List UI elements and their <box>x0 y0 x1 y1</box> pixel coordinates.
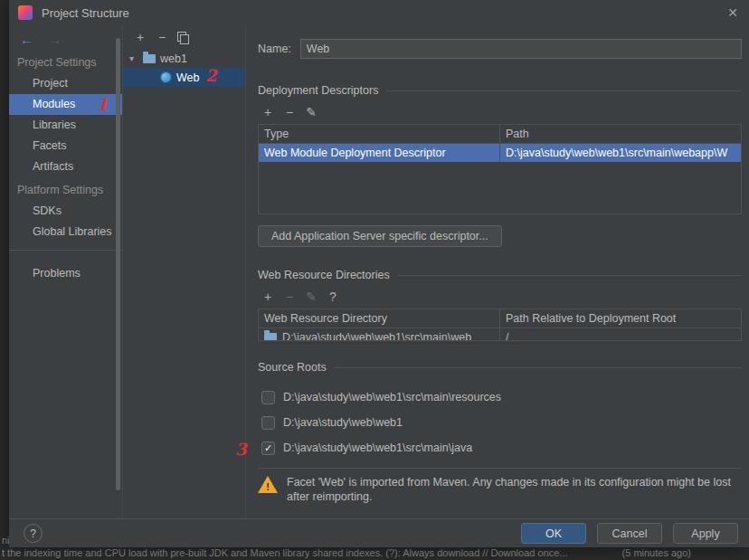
deployment-table-body: Web Module Deployment Descriptor D:\java… <box>259 144 741 214</box>
history-nav: ← → <box>9 25 122 52</box>
section-divider <box>398 275 742 276</box>
add-resource-icon[interactable]: + <box>261 290 274 303</box>
deployment-descriptors-title: Deployment Descriptors <box>258 84 378 97</box>
warning-divider <box>258 468 742 469</box>
source-root-path: D:\java\study\web\web1\src\main\resource… <box>283 391 501 403</box>
tree-node-web[interactable]: Web <box>123 68 245 87</box>
name-row: Name: <box>258 39 742 59</box>
background-status-text: t the indexing time and CPU load with pr… <box>2 547 568 560</box>
column-header-directory: Web Resource Directory <box>259 309 500 327</box>
checkbox-icon[interactable]: ✓ <box>261 441 275 455</box>
modules-tree-panel: + − ▾ web1 Web <box>122 25 245 518</box>
web-resources-table-body: D:\java\study\web\web1\src\main\web / <box>259 328 741 340</box>
dialog-footer: ? OK Cancel Apply <box>9 518 749 547</box>
deployment-descriptors-section: Deployment Descriptors <box>258 82 742 99</box>
web-resources-table-header: Web Resource Directory Path Relative to … <box>259 309 741 328</box>
sidebar-header-platform-settings: Platform Settings <box>9 180 122 201</box>
sidebar-divider <box>9 250 122 251</box>
deployment-descriptors-table: Type Path Web Module Deployment Descript… <box>258 124 742 214</box>
intellij-logo-icon <box>18 5 33 20</box>
back-icon[interactable]: ← <box>20 32 33 47</box>
web-resources-table: Web Resource Directory Path Relative to … <box>258 308 742 341</box>
annotation-step-2: 2 <box>205 66 217 85</box>
web-resources-toolbar: + − ✎ ? <box>258 285 742 308</box>
edit-descriptor-icon[interactable]: ✎ <box>305 106 318 119</box>
source-roots-title: Source Roots <box>258 361 327 374</box>
module-icon <box>143 54 156 63</box>
web-resource-directories-title: Web Resource Directories <box>258 269 390 281</box>
checkbox-icon[interactable] <box>261 391 275 404</box>
project-structure-dialog: Project Structure ✕ ← → Project Settings… <box>9 0 749 547</box>
sidebar-item-project[interactable]: Project <box>9 73 122 94</box>
source-root-path: D:\java\study\web\web1\src\main\java <box>283 441 472 454</box>
sidebar-item-libraries[interactable]: Libraries <box>9 115 122 136</box>
cancel-button[interactable]: Cancel <box>597 523 662 544</box>
deployment-table-header: Type Path <box>259 125 741 144</box>
sidebar-scrollbar[interactable] <box>116 38 120 490</box>
dialog-titlebar: Project Structure ✕ <box>9 0 749 25</box>
sidebar-item-global-libraries[interactable]: Global Libraries <box>9 222 122 242</box>
maven-warning: ! Facet 'Web' is imported from Maven. An… <box>258 476 742 504</box>
tree-node-web1[interactable]: ▾ web1 <box>123 49 245 68</box>
source-root-path: D:\java\study\web\web1 <box>283 416 403 429</box>
dialog-body: ← → Project Settings Project Modules Lib… <box>9 25 749 518</box>
warning-text: Facet 'Web' is imported from Maven. Any … <box>287 476 742 504</box>
table-row[interactable]: Web Module Deployment Descriptor D:\java… <box>259 144 741 162</box>
deployment-toolbar: + − ✎ <box>258 100 742 124</box>
column-header-path: Path <box>500 125 741 143</box>
section-divider <box>386 90 742 91</box>
folder-icon <box>264 333 277 340</box>
source-roots-section: Source Roots <box>258 359 742 375</box>
add-module-icon[interactable]: + <box>134 31 147 43</box>
source-root-row-web1[interactable]: D:\java\study\web\web1 <box>258 415 742 430</box>
name-input[interactable] <box>300 39 742 59</box>
ok-button[interactable]: OK <box>521 523 586 544</box>
resource-directory-cell: D:\java\study\web\web1\src\main\web <box>282 331 471 340</box>
background-status-time: (5 minutes ago) <box>622 547 691 560</box>
checkbox-icon[interactable] <box>261 416 275 430</box>
dialog-title: Project Structure <box>42 6 129 20</box>
source-root-row-resources[interactable]: D:\java\study\web\web1\src\main\resource… <box>258 390 742 404</box>
edit-resource-icon[interactable]: ✎ <box>305 290 318 303</box>
help-button[interactable]: ? <box>24 524 43 543</box>
chevron-down-icon[interactable]: ▾ <box>129 53 138 63</box>
close-icon[interactable]: ✕ <box>727 5 738 20</box>
warning-icon: ! <box>258 476 278 493</box>
section-divider <box>335 367 742 368</box>
name-label: Name: <box>258 43 291 55</box>
background-status-bar: t the indexing time and CPU load with pr… <box>0 547 749 560</box>
help-icon[interactable]: ? <box>327 290 339 303</box>
table-row[interactable]: D:\java\study\web\web1\src\main\web / <box>259 328 741 340</box>
column-header-type: Type <box>259 125 500 143</box>
annotation-step-1: 1 <box>97 95 109 114</box>
apply-button[interactable]: Apply <box>673 523 738 544</box>
sidebar-item-facets[interactable]: Facets <box>9 136 122 157</box>
footer-buttons: OK Cancel Apply <box>521 523 738 544</box>
app-background: ni t the indexing time and CPU load with… <box>0 0 749 560</box>
add-descriptor-icon[interactable]: + <box>261 106 274 119</box>
column-header-relative-path: Path Relative to Deployment Root <box>500 309 741 327</box>
remove-descriptor-icon[interactable]: − <box>283 106 296 119</box>
sidebar-header-project-settings: Project Settings <box>9 52 122 73</box>
remove-resource-icon[interactable]: − <box>283 290 296 303</box>
tree-node-web-label: Web <box>176 71 199 84</box>
facet-editor-panel: Name: Deployment Descriptors + − ✎ Type … <box>245 25 749 518</box>
source-root-row-java[interactable]: ✓ D:\java\study\web\web1\src\main\java <box>258 441 742 455</box>
annotation-step-3: 3 <box>235 440 247 459</box>
add-app-server-descriptor-button[interactable]: Add Application Server specific descript… <box>258 225 502 247</box>
copy-module-icon[interactable] <box>177 32 188 43</box>
remove-module-icon[interactable]: − <box>156 31 168 43</box>
modules-toolbar: + − <box>123 25 245 49</box>
sidebar-item-problems[interactable]: Problems <box>9 263 122 284</box>
web-facet-icon <box>160 71 172 83</box>
sidebar-item-sdks[interactable]: SDKs <box>9 201 122 222</box>
descriptor-type-cell: Web Module Deployment Descriptor <box>259 144 500 162</box>
forward-icon: → <box>48 32 62 47</box>
descriptor-path-cell: D:\java\study\web\web1\src\main\webapp\W <box>500 144 741 162</box>
web-resource-directories-section: Web Resource Directories <box>258 267 742 283</box>
sidebar-item-artifacts[interactable]: Artifacts <box>9 157 122 177</box>
resource-relative-path-cell: / <box>500 328 741 340</box>
tree-node-web1-label: web1 <box>160 52 187 65</box>
